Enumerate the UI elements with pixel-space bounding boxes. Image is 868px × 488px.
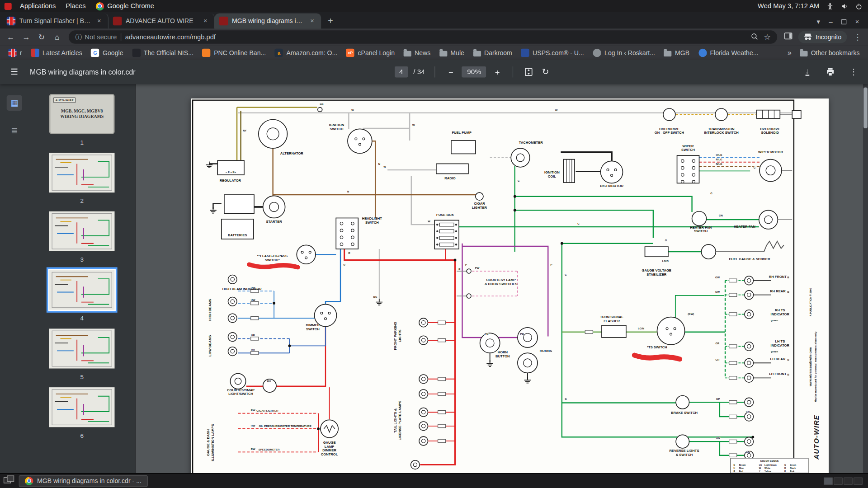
close-window-button[interactable]: ×	[855, 18, 859, 25]
accessibility-icon[interactable]	[826, 2, 834, 10]
chrome-menu[interactable]: Google Chrome	[91, 0, 159, 12]
bookmark-item[interactable]: Latest Articles	[27, 47, 86, 59]
workspace-2[interactable]	[834, 477, 843, 484]
other-bookmarks-button[interactable]: Other bookmarks	[796, 48, 864, 58]
zoom-level-input[interactable]: 90%	[462, 66, 486, 77]
svg-text:Yellow: Yellow	[764, 470, 771, 473]
applications-menu[interactable]: Applications	[15, 0, 61, 12]
svg-text:RW: RW	[251, 409, 255, 412]
reload-button[interactable]: ↻	[34, 30, 49, 44]
volume-icon[interactable]	[840, 2, 848, 10]
scrollbar-thumb[interactable]	[863, 87, 868, 128]
svg-text:R: R	[349, 252, 351, 254]
page-thumbnail[interactable]	[49, 328, 114, 368]
minimize-button[interactable]: –	[829, 18, 832, 25]
pdf-page: ALTERNATORREGULATORIGNITIONSWITCHFUEL PU…	[191, 99, 829, 473]
bookmark-item[interactable]: cPcPanel Login	[342, 47, 398, 59]
applications-label: Applications	[20, 2, 56, 10]
print-icon[interactable]	[825, 66, 835, 77]
svg-text:TRANSMISSIONINTERLOCK SWITCH: TRANSMISSIONINTERLOCK SWITCH	[704, 127, 738, 135]
bookmark-item[interactable]: r	[5, 47, 26, 59]
url-text[interactable]: advanceautowire.com/mgb.pdf	[125, 33, 747, 41]
page-number-input[interactable]: 4	[395, 66, 408, 77]
page-thumbnail[interactable]	[49, 153, 114, 192]
svg-text:HIGH BEAMS: HIGH BEAMS	[208, 299, 212, 321]
svg-text:TAIL LIGHTS &: TAIL LIGHTS &	[393, 408, 397, 432]
page-thumbnail[interactable]	[49, 270, 114, 310]
forward-button[interactable]: →	[19, 30, 33, 44]
svg-text:LH TSINDICATOR: LH TSINDICATOR	[771, 339, 790, 347]
vertical-scrollbar[interactable]	[863, 84, 868, 473]
tab-search-chevron-icon[interactable]: ▾	[816, 18, 820, 25]
bookmark-label: PNC Online Ban...	[214, 50, 266, 56]
bookmark-item[interactable]: USPS.com® - U...	[517, 47, 588, 59]
svg-text:B: B	[788, 291, 789, 293]
bookmark-item[interactable]: aAmazon.com: O...	[271, 47, 341, 59]
tab-close-button[interactable]: ×	[201, 17, 210, 26]
svg-text:Green: Green	[790, 464, 796, 466]
workspace-3[interactable]	[844, 477, 853, 484]
power-icon[interactable]	[855, 2, 863, 10]
bookmark-star-icon[interactable]: ☆	[764, 33, 770, 42]
bookmark-item[interactable]: PNC Online Ban...	[198, 47, 270, 59]
tab-close-button[interactable]: ×	[308, 17, 317, 26]
side-panel-icon[interactable]	[784, 32, 793, 42]
tab[interactable]: MGB wiring diagrams in co×	[215, 13, 321, 28]
zoom-in-button[interactable]: +	[492, 66, 503, 77]
places-menu[interactable]: Places	[61, 0, 90, 12]
pdf-viewport[interactable]: ALTERNATORREGULATORIGNITIONSWITCHFUEL PU…	[136, 84, 868, 473]
rotate-button[interactable]: ↻	[540, 66, 551, 77]
page-count-label: / 34	[413, 68, 425, 76]
pdf-toolbar-center: 4 / 34 − 90% + ↻	[208, 66, 737, 77]
zoom-out-button[interactable]: −	[445, 66, 456, 77]
fit-page-button[interactable]	[524, 66, 534, 77]
distro-menu-icon[interactable]	[5, 3, 12, 10]
bookmark-label: Latest Articles	[42, 50, 82, 56]
svg-text:www.advanceautowire.com: www.advanceautowire.com	[809, 347, 812, 387]
svg-text:GN: GN	[746, 450, 750, 453]
tab[interactable]: Turn Signal Flasher | Britis×	[2, 13, 108, 28]
bookmarks-overflow-chevron[interactable]: »	[784, 49, 795, 57]
address-toolbar: ← → ↻ ⌂ ⓘ Not secure advanceautowire.com…	[0, 29, 868, 46]
outline-view-button[interactable]: ≣	[7, 123, 22, 138]
bookmark-item[interactable]: Darkroom	[469, 48, 516, 58]
page-thumbnail[interactable]	[49, 387, 114, 427]
home-button[interactable]: ⌂	[50, 30, 64, 44]
dark-icon	[132, 49, 140, 57]
bookmark-item[interactable]: MGB	[660, 48, 693, 58]
taskbar-window-button[interactable]: MGB wiring diagrams in color.cdr - ...	[19, 475, 148, 487]
bookmark-item[interactable]: News	[400, 48, 434, 58]
page-thumbnail[interactable]	[49, 211, 114, 251]
clock[interactable]: Wed May 3, 7:12 AM	[758, 2, 819, 10]
back-button[interactable]: ←	[3, 30, 18, 44]
svg-text:Black: Black	[790, 467, 796, 469]
pdf-menu-icon[interactable]: ☰	[9, 66, 20, 77]
tab[interactable]: ADVANCE AUTO WIRE×	[108, 13, 215, 28]
download-icon[interactable]: ↓	[802, 66, 812, 77]
bookmark-item[interactable]: GGoogle	[87, 47, 127, 59]
bookmark-item[interactable]: The Official NIS...	[128, 47, 198, 59]
maximize-button[interactable]	[841, 19, 846, 24]
omnibox[interactable]: ⓘ Not secure advanceautowire.com/mgb.pdf…	[69, 30, 778, 43]
security-chip[interactable]: ⓘ Not secure	[75, 33, 117, 42]
new-tab-button[interactable]: +	[323, 14, 338, 28]
page-thumbnail[interactable]: AUTO-WIREMGB, MGC, MGBV8WIRING DIAGRAMS	[49, 94, 114, 134]
zoom-indicator-icon[interactable]	[750, 33, 758, 42]
workspace-1[interactable]	[824, 477, 833, 484]
bookmark-item[interactable]: Florida Weathe...	[694, 47, 762, 59]
bookmark-item[interactable]: Log In ‹ Roskart...	[589, 47, 659, 59]
bookmark-item[interactable]: Mule	[435, 48, 468, 58]
folder-icon	[473, 51, 481, 56]
workspace-4[interactable]	[854, 477, 863, 484]
tab-title: ADVANCE AUTO WIRE	[126, 18, 197, 24]
pdf-more-menu-icon[interactable]: ⋮	[848, 66, 859, 77]
thumbnails-view-button[interactable]: ▦	[7, 95, 22, 111]
svg-text:HEATER FANSWITCH: HEATER FANSWITCH	[690, 225, 712, 234]
window-list-icon[interactable]	[3, 475, 14, 486]
tab-close-button[interactable]: ×	[94, 17, 104, 26]
wires-layer	[209, 108, 792, 465]
system-tray: Wed May 3, 7:12 AM	[758, 2, 868, 10]
browser-menu-button[interactable]: ⋮	[850, 30, 865, 44]
svg-text:B: B	[784, 467, 786, 469]
svg-text:BRAKE SWITCH: BRAKE SWITCH	[671, 411, 698, 415]
